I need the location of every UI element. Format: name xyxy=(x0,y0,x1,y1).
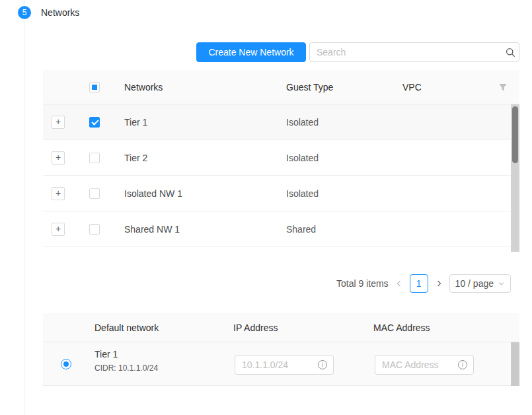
search-box[interactable] xyxy=(309,42,519,62)
previous-page-button[interactable] xyxy=(394,274,404,293)
search-input[interactable] xyxy=(310,47,502,57)
row-checkbox[interactable] xyxy=(89,224,100,235)
row-checkbox[interactable] xyxy=(89,153,100,163)
page-number-button[interactable]: 1 xyxy=(410,274,428,293)
info-icon[interactable]: i xyxy=(458,360,467,369)
column-header-vpc: VPC xyxy=(402,82,422,93)
table-scrollbar[interactable] xyxy=(511,342,519,386)
network-name: Tier 1 xyxy=(95,349,118,359)
networks-table-header: Networks Guest Type VPC xyxy=(43,70,519,104)
create-new-network-button[interactable]: Create New Network xyxy=(196,42,306,62)
scrollbar-thumb[interactable] xyxy=(512,106,518,163)
pagination-total: Total 9 items xyxy=(336,278,389,289)
expand-row-button[interactable]: + xyxy=(52,223,65,236)
column-header-guest-type: Guest Type xyxy=(286,82,333,93)
table-row: + Tier 1 Isolated xyxy=(43,104,519,140)
step-timeline-line xyxy=(24,21,24,415)
mac-address-input[interactable] xyxy=(375,359,455,370)
row-checkbox[interactable] xyxy=(89,117,100,128)
table-row: + Isolated NW 1 Isolated xyxy=(43,176,519,211)
table-row: + Shared NW 1 Shared xyxy=(43,211,519,247)
network-name: Tier 2 xyxy=(124,153,147,163)
next-page-button[interactable] xyxy=(434,274,444,293)
network-name: Tier 1 xyxy=(124,117,147,128)
expand-row-button[interactable]: + xyxy=(52,151,65,165)
ip-address-field[interactable]: i xyxy=(235,355,334,375)
guest-type-value: Isolated xyxy=(286,153,319,163)
table-scrollbar[interactable] xyxy=(511,104,519,252)
ip-address-input[interactable] xyxy=(235,359,315,370)
column-header-ip-address: IP Address xyxy=(233,322,278,333)
column-header-networks: Networks xyxy=(124,82,163,93)
default-network-table: Default network IP Address MAC Address T… xyxy=(43,313,519,386)
select-all-checkbox[interactable] xyxy=(89,82,100,93)
network-name: Isolated NW 1 xyxy=(124,188,182,199)
info-icon[interactable]: i xyxy=(318,360,327,369)
network-selection-step: 5 Networks Create New Network Networks G… xyxy=(0,0,532,415)
mac-address-field[interactable]: i xyxy=(375,355,474,375)
network-name: Shared NW 1 xyxy=(124,224,180,235)
guest-type-value: Isolated xyxy=(286,188,319,199)
row-checkbox[interactable] xyxy=(89,188,100,199)
default-network-table-header: Default network IP Address MAC Address xyxy=(43,313,519,342)
expand-row-button[interactable]: + xyxy=(52,187,65,200)
page-size-select[interactable]: 10 / page xyxy=(449,274,511,293)
chevron-down-icon xyxy=(498,280,505,287)
networks-table: Networks Guest Type VPC + Tier 1 Isolate… xyxy=(43,70,519,252)
step-title: Networks xyxy=(41,7,79,18)
column-header-mac-address: MAC Address xyxy=(373,322,430,333)
table-row: Tier 1 CIDR: 10.1.1.0/24 i i xyxy=(43,342,519,386)
filter-icon[interactable] xyxy=(498,83,508,92)
expand-row-button[interactable]: + xyxy=(52,116,65,129)
column-header-default-network: Default network xyxy=(95,322,159,333)
step-number-badge[interactable]: 5 xyxy=(18,6,31,19)
page-size-value: 10 / page xyxy=(455,278,494,289)
default-network-radio[interactable] xyxy=(61,359,71,369)
table-row: + Tier 2 Isolated xyxy=(43,140,519,176)
network-cidr: CIDR: 10.1.1.0/24 xyxy=(95,363,158,373)
search-icon[interactable] xyxy=(502,48,519,57)
guest-type-value: Shared xyxy=(286,224,316,235)
step-timeline-line xyxy=(24,0,24,5)
guest-type-value: Isolated xyxy=(286,117,319,128)
pagination: Total 9 items 1 10 / page xyxy=(43,274,511,293)
